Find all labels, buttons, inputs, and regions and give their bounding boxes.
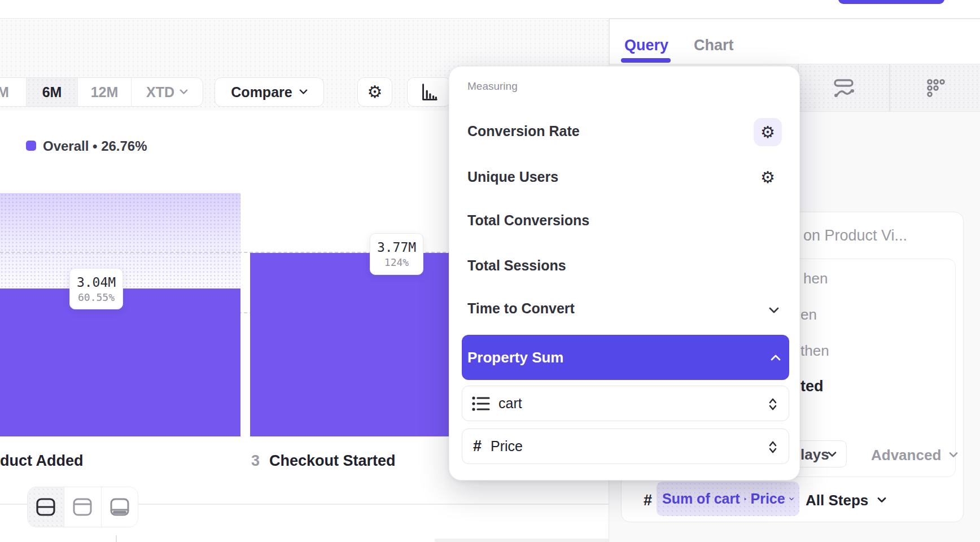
list-icon xyxy=(471,395,491,412)
tab-query[interactable]: Query xyxy=(624,36,668,54)
menu-item-time-to-convert[interactable]: Time to Convert xyxy=(467,300,575,317)
step-event-fragment: ted xyxy=(800,378,824,395)
updown-icon xyxy=(769,397,777,411)
tooltip-value: 3.04M xyxy=(77,275,116,290)
property-group-select[interactable]: cart xyxy=(462,386,789,421)
app-window: M 6M 12M XTD Compare ⚙ Overall • xyxy=(0,0,980,542)
layout-toggle-top[interactable] xyxy=(64,487,101,527)
tooltip-conversion: 124% xyxy=(384,256,409,268)
funnel-bar-product-added[interactable] xyxy=(0,289,240,436)
chip-prefix: Sum of cart xyxy=(662,491,740,507)
chip-suffix: Price xyxy=(751,491,785,507)
menu-item-conversion-rate[interactable]: Conversion Rate xyxy=(467,123,580,139)
menu-item-property-sum[interactable]: Property Sum xyxy=(462,335,789,380)
all-steps-button[interactable]: All Steps xyxy=(806,492,886,509)
tooltip-conversion: 60.55% xyxy=(78,291,115,303)
step-header-fragment: on Product Vi... xyxy=(803,227,907,244)
layout-toggle-group xyxy=(27,487,138,527)
chevron-down-icon xyxy=(299,89,308,95)
chevron-down-icon xyxy=(180,89,188,95)
legend-swatch[interactable] xyxy=(26,141,36,151)
step-row-fragment: en xyxy=(800,307,817,322)
updown-icon xyxy=(769,440,777,454)
step-label-product-added[interactable]: duct Added xyxy=(0,452,84,470)
time-segment-label: 6M xyxy=(42,84,62,100)
top-bar-icon xyxy=(72,497,93,517)
gear-icon: ⚙ xyxy=(760,169,775,186)
time-segment-label: 12M xyxy=(91,84,119,100)
conversion-window-label: lays xyxy=(800,447,829,462)
step-row-fragment: then xyxy=(800,343,829,359)
time-segment-xtd[interactable]: XTD xyxy=(132,78,203,106)
primary-action-button[interactable] xyxy=(838,0,944,4)
chart-settings-button[interactable]: ⚙ xyxy=(357,77,392,107)
conversion-rate-settings-button[interactable]: ⚙ xyxy=(754,118,782,146)
menu-item-unique-users[interactable]: Unique Users xyxy=(467,169,558,185)
menu-item-total-sessions[interactable]: Total Sessions xyxy=(467,257,566,274)
legend-label[interactable]: Overall • 26.76% xyxy=(43,139,147,154)
time-segment-12m[interactable]: 12M xyxy=(78,78,132,106)
funnel-bar-checkout-started[interactable] xyxy=(250,253,452,436)
hash-icon: # xyxy=(644,492,652,509)
chevron-down-icon xyxy=(828,452,837,457)
flow-steps-icon xyxy=(832,77,856,99)
unique-users-settings-button[interactable]: ⚙ xyxy=(754,163,782,191)
advanced-button[interactable]: Advanced xyxy=(871,447,958,463)
table-cell-fragment xyxy=(435,539,609,542)
time-segment-label: XTD xyxy=(146,84,174,100)
table-column-divider xyxy=(116,535,117,542)
chevron-down-icon xyxy=(769,307,779,313)
chevron-up-icon xyxy=(771,355,781,361)
breakdown-view-button[interactable] xyxy=(890,64,980,111)
caret-right-icon xyxy=(744,496,747,502)
tab-chart[interactable]: Chart xyxy=(694,36,734,54)
time-segment-m[interactable]: M xyxy=(0,78,27,106)
gear-icon: ⚙ xyxy=(368,84,383,100)
measuring-dropdown: Measuring Conversion Rate Unique Users T… xyxy=(449,66,800,480)
flow-view-button[interactable] xyxy=(798,64,889,111)
property-select[interactable]: # Price xyxy=(462,429,789,464)
advanced-label: Advanced xyxy=(871,447,941,463)
step-label-checkout-started[interactable]: Checkout Started xyxy=(269,452,396,470)
chevron-down-icon xyxy=(949,452,958,458)
time-range-segmented-control: M 6M 12M XTD xyxy=(0,77,203,107)
value-tooltip: 3.77M 124% xyxy=(370,233,423,275)
compare-button[interactable]: Compare xyxy=(215,77,324,107)
select-value: cart xyxy=(498,395,522,412)
tab-query-underline xyxy=(621,58,671,63)
step-number: 3 xyxy=(251,452,260,470)
chevron-down-icon xyxy=(877,497,886,503)
hash-icon: # xyxy=(473,438,482,455)
dots-grid-icon xyxy=(924,77,946,99)
bottom-bar-icon xyxy=(110,497,130,517)
split-rows-icon xyxy=(36,497,56,517)
all-steps-label: All Steps xyxy=(806,492,868,509)
chart-type-button[interactable] xyxy=(407,77,451,107)
dropdown-title: Measuring xyxy=(467,80,518,93)
layout-toggle-bottom[interactable] xyxy=(102,487,138,527)
property-sum-chip[interactable]: Sum of cart Price xyxy=(657,482,799,516)
select-value: Price xyxy=(491,438,523,454)
gear-icon: ⚙ xyxy=(760,124,775,141)
bar-chart-icon xyxy=(418,81,440,103)
selected-item-label: Property Sum xyxy=(467,335,564,380)
chevron-down-icon xyxy=(789,496,794,502)
time-segment-6m[interactable]: 6M xyxy=(27,78,78,106)
step-row-fragment: hen xyxy=(803,270,828,286)
value-tooltip: 3.04M 60.55% xyxy=(69,268,123,309)
menu-item-total-conversions[interactable]: Total Conversions xyxy=(467,212,589,229)
tooltip-value: 3.77M xyxy=(377,240,416,255)
time-segment-label: M xyxy=(0,84,9,100)
layout-toggle-split[interactable] xyxy=(28,487,64,527)
compare-label: Compare xyxy=(231,84,292,100)
